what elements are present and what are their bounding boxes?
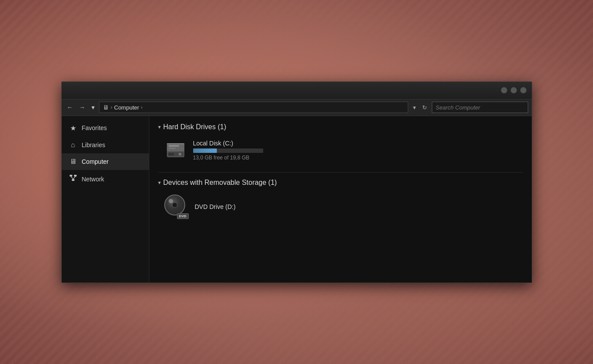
favorites-icon: ★	[69, 124, 78, 132]
address-bar: ← → ▾ 🖥 › Computer › ▾ ↻	[62, 99, 532, 116]
computer-path-icon: 🖥	[103, 104, 109, 111]
svg-rect-13	[167, 143, 184, 144]
svg-line-3	[71, 177, 73, 179]
sidebar-favorites-label: Favorites	[82, 124, 107, 131]
svg-rect-1	[74, 175, 77, 177]
sidebar-item-network[interactable]: Network	[62, 170, 149, 188]
address-controls: ▾ ↻	[411, 103, 429, 112]
dvd-disc-center	[172, 202, 177, 208]
dropdown-button[interactable]: ▾	[90, 103, 96, 112]
forward-button[interactable]: →	[78, 103, 87, 112]
title-bar	[62, 82, 532, 99]
svg-rect-2	[72, 179, 74, 181]
sidebar-network-label: Network	[82, 176, 104, 183]
window-body: ★ Favorites ⌂ Libraries 🖥 Computer	[62, 116, 532, 283]
libraries-icon: ⌂	[69, 141, 78, 149]
hard-disk-drives-header: ▾ Hard Disk Drives (1)	[158, 123, 523, 131]
svg-rect-6	[167, 143, 184, 151]
disk-usage-fill	[193, 148, 217, 153]
dvd-drive-info: DVD Drive (D:)	[195, 203, 236, 210]
removable-section-title: Devices with Removable Storage (1)	[163, 179, 277, 187]
hdd-icon	[164, 139, 187, 162]
svg-rect-11	[169, 145, 179, 147]
dvd-drive-d-item[interactable]: DVD DVD Drive (D:)	[162, 193, 523, 221]
svg-point-10	[179, 153, 180, 155]
sidebar-libraries-label: Libraries	[82, 141, 106, 148]
path-dropdown-button[interactable]: ▾	[411, 103, 418, 112]
svg-rect-12	[169, 148, 176, 149]
address-path[interactable]: 🖥 › Computer ›	[99, 102, 408, 113]
path-separator-1: ›	[111, 104, 113, 110]
hdd-section-chevron: ▾	[158, 124, 161, 130]
removable-storage-header: ▾ Devices with Removable Storage (1)	[158, 179, 523, 187]
local-disk-name: Local Disk (C:)	[193, 140, 263, 147]
removable-section-chevron: ▾	[158, 180, 161, 186]
network-icon	[69, 174, 78, 184]
sidebar-item-computer[interactable]: 🖥 Computer	[62, 153, 149, 170]
computer-icon: 🖥	[69, 158, 78, 166]
section-divider	[158, 172, 523, 173]
dvd-icon: DVD	[164, 194, 189, 219]
local-disk-c-item[interactable]: Local Disk (C:) 13,0 GB free of 19,8 GB	[162, 137, 523, 163]
maximize-button[interactable]	[511, 87, 517, 93]
dvd-disc	[164, 194, 185, 216]
path-separator-2: ›	[141, 104, 143, 110]
disk-usage-bar	[193, 148, 263, 153]
refresh-button[interactable]: ↻	[420, 103, 429, 112]
dvd-drive-name: DVD Drive (D:)	[195, 203, 236, 210]
sidebar-item-favorites[interactable]: ★ Favorites	[62, 120, 149, 137]
close-button[interactable]	[520, 87, 526, 93]
window-controls	[501, 87, 526, 93]
back-button[interactable]: ←	[65, 103, 75, 112]
dvd-label-badge: DVD	[177, 213, 189, 219]
svg-line-4	[73, 177, 75, 179]
disk-size-text: 13,0 GB free of 19,8 GB	[193, 155, 263, 161]
minimize-button[interactable]	[501, 87, 507, 93]
sidebar: ★ Favorites ⌂ Libraries 🖥 Computer	[62, 116, 149, 283]
file-explorer-window: ← → ▾ 🖥 › Computer › ▾ ↻ ★ Favorites ⌂ L…	[61, 81, 532, 283]
sidebar-computer-label: Computer	[82, 158, 109, 165]
search-input[interactable]	[432, 102, 528, 113]
content-area: ▾ Hard Disk Drives (1)	[149, 116, 532, 283]
hdd-section-title: Hard Disk Drives (1)	[163, 123, 226, 131]
svg-rect-0	[70, 175, 72, 177]
path-label: Computer	[114, 104, 139, 111]
sidebar-item-libraries[interactable]: ⌂ Libraries	[62, 137, 149, 153]
svg-rect-8	[169, 153, 174, 155]
local-disk-info: Local Disk (C:) 13,0 GB free of 19,8 GB	[193, 140, 263, 161]
